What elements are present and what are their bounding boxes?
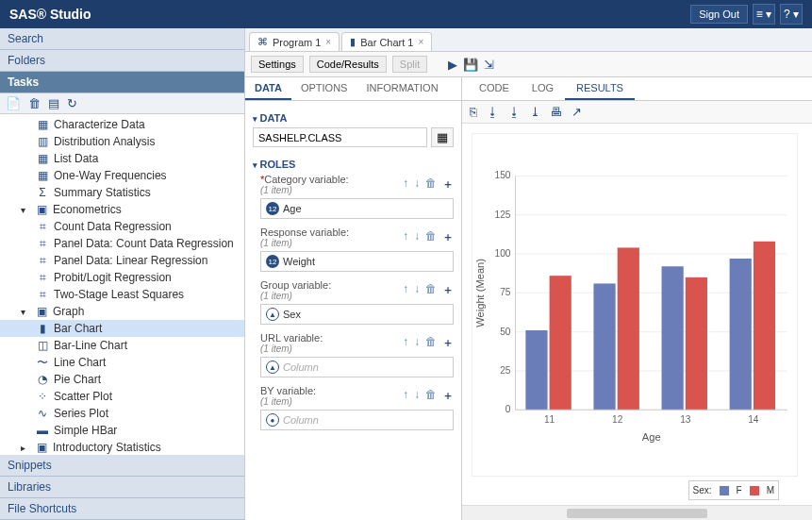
down-icon[interactable]: ↓ [414,229,420,245]
bar-icon: ▮ [350,36,356,48]
new-task-icon[interactable]: 📄 [6,96,21,110]
tree-item-econometrics[interactable]: ▾▣Econometrics [0,201,244,218]
tree-item-series-plot[interactable]: ∿Series Plot [0,405,244,422]
tree-item-bar-chart[interactable]: ▮Bar Chart [0,320,244,337]
accordion-file-shortcuts[interactable]: File Shortcuts [0,498,244,520]
tree-item-scatter-plot[interactable]: ⁘Scatter Plot [0,388,244,405]
tree-item-graph[interactable]: ▾▣Graph [0,303,244,320]
tree-item-label: Summary Statistics [54,186,151,199]
tree-item-probit-logit-regression[interactable]: ⌗Probit/Logit Regression [0,269,244,286]
tree-item-one-way-frequencies[interactable]: ▦One-Way Frequencies [0,167,244,184]
role-group-variable: Group variable:(1 item)↑↓🗑＋▲Sex [253,279,454,325]
tree-item-distribution-analysis[interactable]: ▥Distribution Analysis [0,133,244,150]
config-tab-information[interactable]: INFORMATION [356,77,447,100]
accordion-search[interactable]: Search [0,28,244,50]
config-tab-data[interactable]: DATA [245,77,291,100]
tree-item-panel-data-linear-regression[interactable]: ⌗Panel Data: Linear Regression [0,252,244,269]
horizontal-scrollbar[interactable] [462,505,812,520]
run-icon[interactable]: ▶ [448,58,457,72]
stats-icon: Σ [36,186,49,199]
properties-icon[interactable]: ▤ [48,96,59,110]
menu-icon[interactable]: ≡ ▾ [753,4,775,25]
up-icon[interactable]: ↑ [403,388,408,404]
dataset-input[interactable] [253,127,427,147]
browse-dataset-button[interactable]: ▦ [431,127,454,147]
reg-icon: ⌗ [36,237,49,250]
popout-icon[interactable]: ↗ [572,105,582,119]
svg-text:Weight (Mean): Weight (Mean) [474,259,486,327]
download-pdf-icon[interactable]: ⭳ [487,105,499,119]
save-icon[interactable]: 💾 [463,58,478,72]
print-icon[interactable]: 🖶 [550,105,562,119]
tab-bar-chart-1[interactable]: ▮Bar Chart 1× [341,32,432,51]
role-value[interactable]: ▲Sex [260,304,454,325]
type-icon: 12 [266,202,279,215]
role-value[interactable]: 12Weight [260,251,454,272]
tab-program-1[interactable]: ⌘Program 1× [249,32,340,51]
section-data[interactable]: DATA [253,109,454,127]
delete-icon[interactable]: 🗑 [425,335,437,351]
tree-item-simple-hbar[interactable]: ▬Simple HBar [0,422,244,439]
signout-button[interactable]: Sign Out [690,5,748,24]
accordion-snippets[interactable]: Snippets [0,455,244,477]
tree-item-pie-chart[interactable]: ◔Pie Chart [0,371,244,388]
tree-item-list-data[interactable]: ▦List Data [0,150,244,167]
tasks-toolbar: 📄 🗑 ▤ ↻ [0,93,244,114]
up-icon[interactable]: ↑ [403,282,408,298]
tree-item-panel-data-count-data-regression[interactable]: ⌗Panel Data: Count Data Regression [0,235,244,252]
code-results-button[interactable]: Code/Results [309,56,387,73]
accordion-tasks[interactable]: Tasks [0,72,244,93]
code-icon: ⌘ [257,36,268,48]
split-button[interactable]: Split [392,56,427,73]
download-rtf-icon[interactable]: ⭳ [508,105,521,119]
scatter-icon: ⁘ [36,390,49,403]
up-icon[interactable]: ↑ [403,176,408,193]
delete-icon[interactable]: 🗑 [425,229,437,245]
delete-icon[interactable]: 🗑 [425,176,437,193]
tree-item-introductory-statistics[interactable]: ▸▣Introductory Statistics [0,439,244,455]
up-icon[interactable]: ↑ [403,229,408,245]
table-icon: ▦ [36,118,49,131]
down-icon[interactable]: ↓ [414,388,420,404]
tree-item-line-chart[interactable]: 〜Line Chart [0,354,244,371]
down-icon[interactable]: ↓ [414,282,420,298]
down-icon[interactable]: ↓ [414,176,420,193]
role-value[interactable]: ●Column [260,410,454,430]
tree-item-label: Line Chart [54,356,106,369]
role-value[interactable]: ▲Column [260,357,454,377]
add-icon[interactable]: ＋ [442,335,454,351]
up-icon[interactable]: ↑ [403,335,408,351]
add-icon[interactable]: ＋ [442,282,454,298]
close-icon[interactable]: × [325,37,331,47]
export-icon[interactable]: ⇲ [484,58,494,72]
document-tabs: ⌘Program 1×▮Bar Chart 1× [245,28,812,52]
add-icon[interactable]: ＋ [442,176,454,193]
add-icon[interactable]: ＋ [442,229,454,245]
results-tab-log[interactable]: LOG [521,77,565,100]
help-icon[interactable]: ? ▾ [780,4,803,25]
tree-item-characterize-data[interactable]: ▦Characterize Data [0,116,244,133]
tree-item-summary-statistics[interactable]: ΣSummary Statistics [0,184,244,201]
download-icon[interactable]: ⤓ [530,105,540,119]
open-result-icon[interactable]: ⎘ [470,105,477,119]
results-tab-results[interactable]: RESULTS [565,77,635,100]
tree-item-count-data-regression[interactable]: ⌗Count Data Regression [0,218,244,235]
close-icon[interactable]: × [418,37,423,47]
delete-icon[interactable]: 🗑 [425,282,437,298]
type-icon: ● [266,413,279,427]
add-icon[interactable]: ＋ [442,388,454,404]
tree-item-bar-line-chart[interactable]: ◫Bar-Line Chart [0,337,244,354]
svg-rect-15 [550,276,572,410]
delete-icon[interactable]: 🗑 [425,388,437,404]
section-roles[interactable]: ROLES [253,155,454,174]
role-value[interactable]: 12Age [260,198,454,219]
settings-button[interactable]: Settings [251,56,304,73]
results-tab-code[interactable]: CODE [468,77,521,100]
delete-icon[interactable]: 🗑 [28,96,41,110]
refresh-icon[interactable]: ↻ [67,96,77,110]
down-icon[interactable]: ↓ [414,335,420,351]
accordion-folders[interactable]: Folders [0,50,244,72]
tree-item-two-stage-least-squares[interactable]: ⌗Two-Stage Least Squares [0,286,244,303]
config-tab-options[interactable]: OPTIONS [291,77,357,100]
accordion-libraries[interactable]: Libraries [0,477,244,498]
